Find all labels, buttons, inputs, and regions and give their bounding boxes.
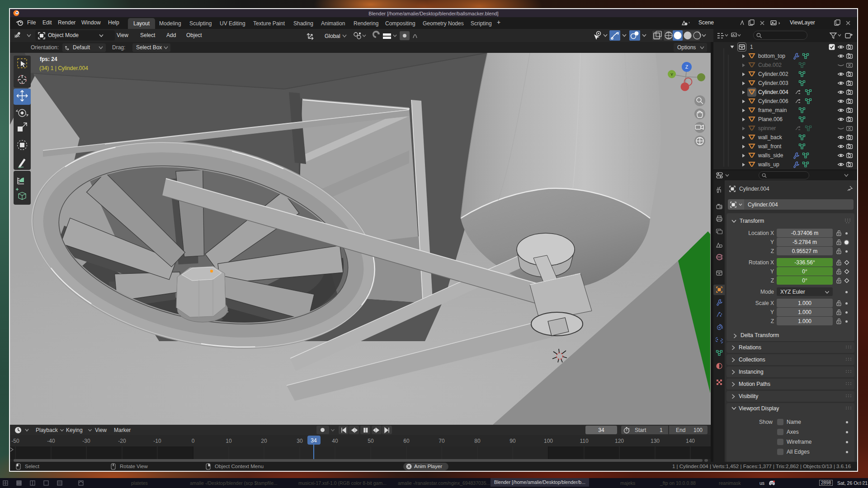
svg-text:10: 10 — [226, 438, 232, 444]
svg-text:-30: -30 — [82, 438, 90, 444]
svg-text:Y: Y — [670, 72, 673, 77]
svg-text:40: 40 — [332, 438, 338, 444]
svg-text:-10: -10 — [153, 438, 161, 444]
svg-text:130: 130 — [651, 438, 660, 444]
svg-text:90: 90 — [509, 438, 516, 444]
svg-text:30: 30 — [297, 438, 303, 444]
svg-text:20: 20 — [261, 438, 267, 444]
svg-text:70: 70 — [439, 438, 445, 444]
svg-text:60: 60 — [403, 438, 410, 444]
svg-text:Z: Z — [685, 65, 688, 70]
svg-text:Drag:: Drag: — [112, 44, 125, 51]
svg-text:Options: Options — [677, 44, 696, 51]
svg-text:80: 80 — [474, 438, 481, 444]
svg-text:-20: -20 — [118, 438, 126, 444]
svg-text:-50: -50 — [11, 438, 19, 444]
svg-text:Global: Global — [325, 33, 340, 39]
svg-text:140: 140 — [686, 438, 695, 444]
svg-text:100: 100 — [544, 438, 553, 444]
svg-text:Default: Default — [73, 44, 90, 51]
svg-text:fps: 24: fps: 24 — [40, 56, 57, 62]
svg-text:Orientation:: Orientation: — [31, 44, 59, 51]
svg-text:Select Box: Select Box — [136, 44, 162, 51]
svg-text:(34) 1 | Cylinder.004: (34) 1 | Cylinder.004 — [39, 65, 88, 71]
svg-text:34: 34 — [311, 437, 317, 444]
svg-text:110: 110 — [580, 438, 588, 444]
svg-text:0: 0 — [192, 438, 195, 444]
svg-text:50: 50 — [368, 438, 374, 444]
svg-text:-40: -40 — [47, 438, 55, 444]
svg-text:120: 120 — [615, 438, 624, 444]
